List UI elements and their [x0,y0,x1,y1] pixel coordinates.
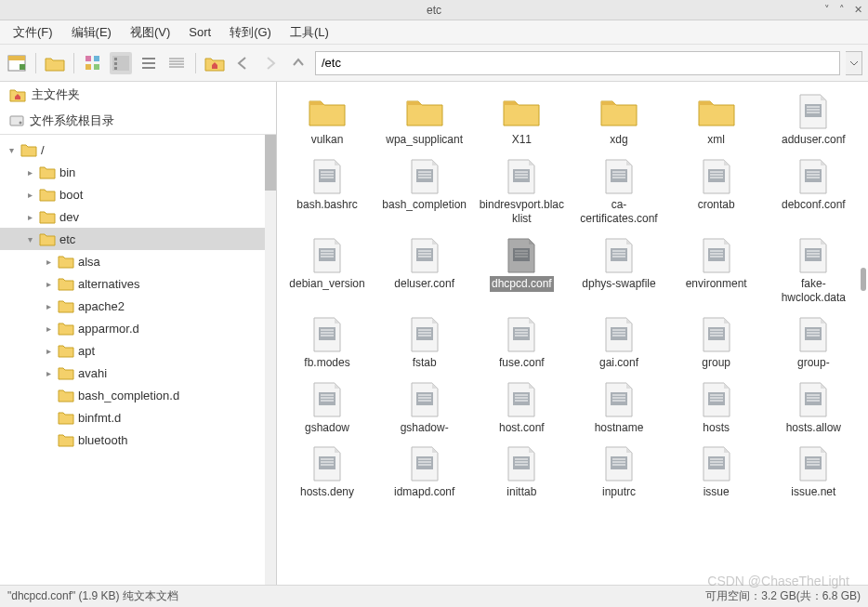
file-item[interactable]: gai.conf [572,312,665,376]
tree-expander-icon[interactable]: ▸ [43,368,54,378]
file-item[interactable]: hosts.allow [767,377,860,441]
file-item[interactable]: inittab [475,442,568,505]
tree-item[interactable]: ▸avahi [0,362,276,384]
file-item[interactable]: adduser.conf [767,89,860,152]
home-button[interactable] [204,52,226,74]
tree-item[interactable]: ▾etc [0,228,276,250]
menu-edit[interactable]: 编辑(E) [64,21,119,44]
file-item[interactable]: inputrc [572,442,665,505]
file-item[interactable]: gshadow [281,377,374,441]
file-item[interactable]: group [670,312,763,376]
file-item[interactable]: hosts.deny [281,442,374,505]
menu-view[interactable]: 视图(V) [123,21,178,44]
tree-item[interactable]: ▸apparmor.d [0,317,276,339]
menu-file[interactable]: 文件(F) [6,21,60,44]
forward-button[interactable] [259,52,282,74]
new-folder-button[interactable] [44,52,66,74]
up-button[interactable] [287,52,309,74]
file-item[interactable]: dhcpcd.conf [475,233,568,310]
view-icons-button[interactable] [82,52,104,74]
file-item[interactable]: fstab [378,312,471,376]
tree-item[interactable]: bash_completion.d [0,384,276,406]
file-item[interactable]: debian_version [281,233,374,310]
tree-expander-icon[interactable]: ▸ [43,301,54,311]
content-scrollbar-thumb[interactable] [861,268,866,291]
path-input[interactable] [315,51,840,75]
folder-item[interactable]: vulkan [281,89,374,152]
file-item[interactable]: hosts [670,377,763,441]
place-home[interactable]: 主文件夹 [0,82,276,108]
path-dropdown-button[interactable] [846,51,862,75]
file-item[interactable]: issue.net [767,442,860,505]
file-label: bash.bashrc [295,197,359,214]
view-list-button[interactable] [138,52,160,74]
tree-scrollbar-track[interactable] [265,135,276,585]
folder-item[interactable]: xml [670,89,763,152]
file-item[interactable]: fake-hwclock.data [767,233,860,310]
file-item[interactable]: dphys-swapfile [572,233,665,310]
tree-expander-icon[interactable]: ▸ [43,346,54,356]
tree-item[interactable]: ▸dev [0,205,276,228]
tree-item[interactable]: binfmt.d [0,406,276,429]
file-label: issue.net [789,484,837,501]
menu-goto[interactable]: 转到(G) [222,21,279,44]
tree-item[interactable]: ▸apache2 [0,295,276,317]
file-item[interactable]: bash_completion [378,154,471,231]
place-root[interactable]: 文件系统根目录 [0,108,276,134]
tree-expander-icon[interactable]: ▸ [43,257,54,267]
file-item[interactable]: ca-certificates.conf [572,154,665,231]
file-label: gshadow- [399,420,451,437]
minimize-icon[interactable]: ˅ [824,5,830,15]
folder-item[interactable]: X11 [475,89,568,152]
new-tab-button[interactable] [6,52,28,74]
maximize-icon[interactable]: ˄ [839,5,845,15]
toolbar [0,45,868,82]
tree-item[interactable]: ▸apt [0,339,276,362]
tree-expander-icon[interactable]: ▸ [43,279,54,289]
tree-expander-icon[interactable]: ▾ [6,145,17,155]
file-item[interactable]: host.conf [475,377,568,441]
file-item[interactable]: idmapd.conf [378,442,471,505]
file-item[interactable]: environment [670,233,763,310]
file-view[interactable]: vulkanwpa_supplicantX11xdgxmladduser.con… [277,82,868,585]
file-item[interactable]: issue [670,442,763,505]
tree-scrollbar-thumb[interactable] [265,135,276,191]
tree-item[interactable]: ▸alsa [0,250,276,272]
file-item[interactable]: crontab [670,154,763,231]
view-compact-button[interactable] [110,52,132,74]
folder-item[interactable]: xdg [572,89,665,152]
tree-expander-icon[interactable]: ▸ [24,190,35,200]
file-item[interactable]: fuse.conf [475,312,568,376]
tree-item[interactable]: ▸bin [0,161,276,183]
file-item[interactable]: debconf.conf [767,154,860,231]
icon-grid: vulkanwpa_supplicantX11xdgxmladduser.con… [281,89,864,505]
back-button[interactable] [231,52,254,74]
file-item[interactable]: hostname [572,377,665,441]
file-item[interactable]: bindresvport.blacklist [475,154,568,231]
tree-item-label: apt [78,344,95,358]
file-icon [791,381,835,418]
tree-item[interactable]: ▾/ [0,139,276,161]
tree-item[interactable]: bluetooth [0,429,276,451]
file-item[interactable]: bash.bashrc [281,154,374,231]
close-icon[interactable]: ✕ [854,5,862,15]
tree-expander-icon[interactable]: ▸ [24,212,35,222]
tree-item[interactable]: ▸boot [0,183,276,205]
tree-item[interactable]: ▸alternatives [0,272,276,295]
tree-item-label: bin [59,165,75,179]
file-item[interactable]: fb.modes [281,312,374,376]
view-detail-button[interactable] [165,52,188,74]
tree-expander-icon[interactable]: ▸ [24,167,35,178]
svg-rect-36 [611,169,627,182]
svg-rect-88 [708,327,725,340]
file-item[interactable]: gshadow- [378,377,471,441]
tree-expander-icon[interactable]: ▾ [24,234,35,244]
menu-tools[interactable]: 工具(L) [283,21,336,44]
file-item[interactable]: deluser.conf [378,233,471,310]
svg-rect-32 [513,169,530,182]
file-item[interactable]: group- [767,312,860,376]
menu-sort[interactable]: Sort [181,22,218,42]
tree-expander-icon[interactable]: ▸ [43,323,54,334]
folder-item[interactable]: wpa_supplicant [378,89,471,152]
folder-tree[interactable]: ▾/▸bin▸boot▸dev▾etc▸alsa▸alternatives▸ap… [0,135,276,585]
